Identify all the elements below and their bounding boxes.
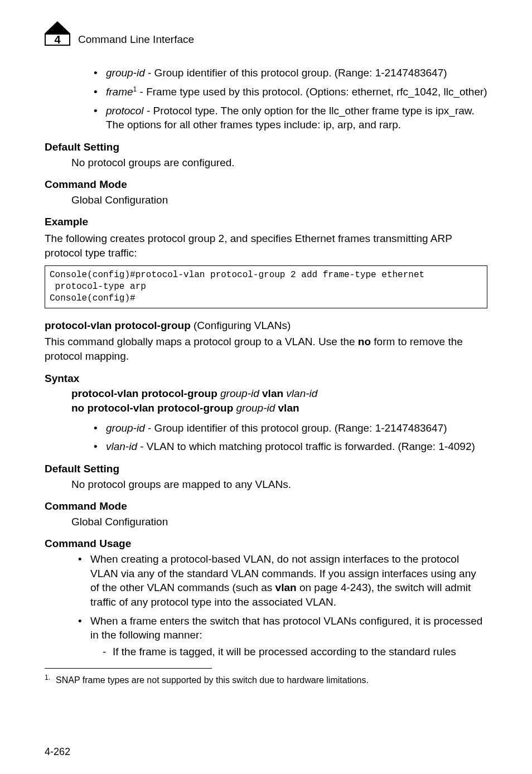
intro-text-a: This command globally maps a protocol gr… [45, 336, 358, 347]
usage-sublist: If the frame is tagged, it will be proce… [103, 645, 487, 659]
param-desc: - Group identifier of this protocol grou… [145, 67, 447, 79]
param-name: frame [106, 86, 133, 98]
parameter-list-1: group-id - Group identifier of this prot… [94, 66, 487, 132]
usage-text-2: When a frame enters the switch that has … [90, 615, 482, 641]
syntax-cmd: protocol-vlan protocol-group [71, 388, 217, 399]
usage-list: When creating a protocol-based VLAN, do … [78, 552, 487, 659]
command-title: protocol-vlan protocol-group (Configurin… [45, 318, 487, 333]
default-setting-body-2: No protocol groups are mapped to any VLA… [71, 477, 487, 492]
code-example: Console(config)#protocol-vlan protocol-g… [45, 265, 487, 308]
command-name: protocol-vlan protocol-group [45, 320, 191, 331]
command-context: (Configuring VLANs) [191, 320, 291, 331]
param-desc: - Group identifier of this protocol grou… [145, 422, 447, 434]
param-name: group-id [106, 67, 145, 79]
list-item: group-id - Group identifier of this prot… [94, 421, 487, 436]
command-usage-head: Command Usage [45, 536, 487, 551]
syntax-arg: group-id [236, 402, 275, 414]
list-item: group-id - Group identifier of this prot… [94, 66, 487, 80]
list-item: When a frame enters the switch that has … [78, 614, 487, 659]
param-name: protocol [106, 105, 144, 117]
param-desc: - Frame type used by this protocol. (Opt… [137, 86, 487, 98]
param-desc: - Protocol type. The only option for the… [106, 105, 475, 131]
syntax-kw: vlan [278, 402, 299, 414]
footnote-rule [45, 668, 212, 669]
param-name: vlan-id [106, 441, 137, 452]
default-setting-body: No protocol groups are configured. [71, 156, 487, 170]
syntax-arg: vlan-id [286, 388, 317, 399]
list-item: protocol - Protocol type. The only optio… [94, 104, 487, 132]
parameter-list-2: group-id - Group identifier of this prot… [94, 421, 487, 454]
syntax-cmd: no protocol-vlan protocol-group [71, 402, 233, 414]
command-mode-body-2: Global Configuration [71, 515, 487, 529]
default-setting-head-2: Default Setting [45, 462, 487, 476]
syntax-block: protocol-vlan protocol-group group-id vl… [71, 386, 487, 415]
syntax-kw: vlan [262, 388, 283, 399]
chapter-icon: 4 [45, 22, 70, 46]
default-setting-head: Default Setting [45, 140, 487, 154]
usage-vlan: vlan [275, 582, 297, 593]
param-desc: - VLAN to which matching protocol traffi… [137, 441, 475, 452]
command-mode-head: Command Mode [45, 177, 487, 192]
triangle-icon [45, 21, 70, 33]
syntax-head: Syntax [45, 371, 487, 386]
syntax-line-1: protocol-vlan protocol-group group-id vl… [71, 386, 487, 401]
page-number: 4-262 [45, 745, 70, 758]
footnote-number: 1. [45, 674, 50, 681]
chapter-number-box: 4 [45, 33, 70, 46]
syntax-line-2: no protocol-vlan protocol-group group-id… [71, 401, 487, 415]
example-intro: The following creates protocol group 2, … [45, 231, 487, 260]
command-intro: This command globally maps a protocol gr… [45, 335, 487, 363]
footnote: 1.SNAP frame types are not supported by … [45, 673, 487, 686]
list-item: When creating a protocol-based VLAN, do … [78, 552, 487, 609]
header-title: Command Line Interface [78, 32, 194, 47]
syntax-arg: group-id [220, 388, 259, 399]
example-head: Example [45, 215, 487, 229]
list-item: vlan-id - VLAN to which matching protoco… [94, 439, 487, 454]
intro-no: no [358, 336, 371, 347]
command-mode-body: Global Configuration [71, 193, 487, 207]
param-name: group-id [106, 422, 145, 434]
list-item: frame1 - Frame type used by this protoco… [94, 85, 487, 99]
sub-list-item: If the frame is tagged, it will be proce… [103, 645, 487, 659]
page-header: 4 Command Line Interface [45, 22, 487, 46]
footnote-text: SNAP frame types are not supported by th… [56, 675, 369, 685]
command-mode-head-2: Command Mode [45, 499, 487, 514]
